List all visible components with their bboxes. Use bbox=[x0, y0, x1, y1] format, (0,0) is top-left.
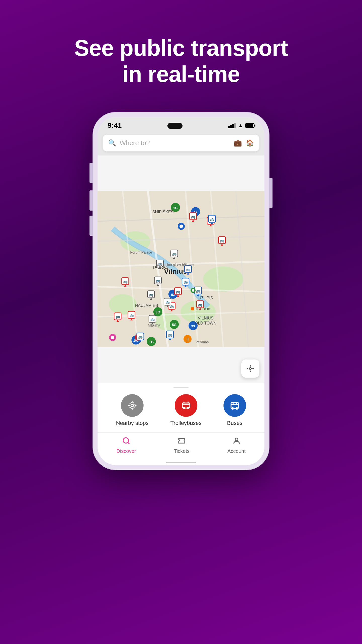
phone-inner: 9:41 ▲ 🔍 Where to? bbox=[98, 117, 264, 465]
svg-text:🚌: 🚌 bbox=[196, 289, 201, 293]
bottom-nav: Discover Tickets bbox=[98, 432, 264, 462]
discover-label: Discover bbox=[116, 448, 136, 454]
nav-tickets[interactable]: Tickets bbox=[174, 437, 190, 454]
trolleybuses-label: Trolleybuses bbox=[170, 420, 202, 426]
svg-text:🚌: 🚌 bbox=[168, 333, 172, 337]
svg-text:🚌: 🚌 bbox=[172, 252, 177, 256]
svg-text:ŠNIPIŠKĖS: ŠNIPIŠKĖS bbox=[152, 210, 173, 214]
trolleybuses-icon bbox=[175, 394, 197, 417]
nearby-stops-icon bbox=[121, 394, 144, 417]
signal-icon bbox=[228, 123, 236, 128]
location-button[interactable] bbox=[241, 359, 259, 378]
search-actions: 💼 🏠 bbox=[234, 139, 254, 147]
wifi-icon: ▲ bbox=[238, 122, 243, 129]
nav-discover[interactable]: Discover bbox=[116, 437, 136, 454]
svg-point-103 bbox=[192, 289, 194, 292]
status-icons: ▲ bbox=[228, 122, 254, 129]
svg-text:🚌: 🚌 bbox=[220, 238, 224, 243]
battery-icon bbox=[245, 123, 254, 128]
status-notch bbox=[167, 123, 183, 129]
svg-point-99 bbox=[111, 336, 114, 339]
buses-icon bbox=[223, 394, 246, 417]
svg-text:OLD TOWN: OLD TOWN bbox=[195, 321, 216, 325]
svg-point-101 bbox=[179, 225, 183, 228]
search-bar[interactable]: 🔍 Where to? 💼 🏠 bbox=[103, 135, 259, 151]
svg-text:🚌: 🚌 bbox=[176, 290, 180, 294]
svg-point-118 bbox=[249, 368, 251, 370]
svg-text:5G: 5G bbox=[172, 323, 177, 327]
status-bar: 9:41 ▲ bbox=[98, 117, 264, 132]
svg-text:🚌: 🚌 bbox=[150, 317, 155, 321]
svg-line-142 bbox=[128, 442, 129, 444]
quick-actions: Nearby stops bbox=[98, 394, 264, 432]
briefcase-icon[interactable]: 💼 bbox=[234, 139, 242, 147]
buses-button[interactable]: Buses bbox=[223, 394, 246, 426]
svg-text:🚌: 🚌 bbox=[191, 215, 196, 219]
search-bar-area: 🔍 Where to? 💼 🏠 bbox=[98, 132, 264, 155]
tickets-icon bbox=[178, 437, 186, 447]
svg-text:Forum Palace: Forum Palace bbox=[130, 250, 152, 254]
svg-text:🚌: 🚌 bbox=[184, 280, 188, 284]
nav-account[interactable]: Account bbox=[228, 437, 246, 454]
svg-text:Gedimino pilies bŏkstas: Gedimino pilies bŏkstas bbox=[157, 263, 194, 267]
svg-point-123 bbox=[131, 404, 133, 407]
account-icon bbox=[233, 437, 241, 447]
search-placeholder: Where to? bbox=[120, 139, 230, 147]
search-icon: 🔍 bbox=[108, 139, 116, 147]
svg-text:樂茶 Le Tea: 樂茶 Le Tea bbox=[196, 307, 211, 311]
svg-text:1G: 1G bbox=[149, 340, 154, 344]
svg-point-143 bbox=[235, 438, 238, 441]
svg-text:🚌: 🚌 bbox=[156, 279, 160, 283]
svg-text:Peronas: Peronas bbox=[196, 340, 209, 344]
svg-text:VILNIUS: VILNIUS bbox=[198, 316, 213, 320]
home-indicator bbox=[166, 462, 196, 463]
bottom-panel: Nearby stops bbox=[98, 383, 264, 465]
svg-text:🚌: 🚌 bbox=[186, 267, 191, 272]
status-time: 9:41 bbox=[108, 122, 122, 130]
svg-text:Maxima: Maxima bbox=[148, 323, 160, 327]
account-label: Account bbox=[228, 448, 246, 454]
svg-text:🚌: 🚌 bbox=[198, 303, 203, 307]
nearby-stops-label: Nearby stops bbox=[116, 420, 149, 426]
app-headline: See public transport in real-time bbox=[54, 35, 308, 87]
trolleybuses-button[interactable]: Trolleybuses bbox=[170, 394, 202, 426]
svg-text:🚌: 🚌 bbox=[129, 313, 134, 317]
tickets-label: Tickets bbox=[174, 448, 190, 454]
svg-text:3G: 3G bbox=[156, 310, 160, 314]
bottom-handle bbox=[173, 387, 189, 388]
svg-text:🚌: 🚌 bbox=[138, 335, 143, 339]
svg-text:UŽUPIS: UŽUPIS bbox=[198, 296, 213, 300]
svg-text:1G: 1G bbox=[173, 206, 177, 210]
svg-text:🍴: 🍴 bbox=[186, 337, 190, 342]
svg-text:🚌: 🚌 bbox=[210, 217, 214, 221]
map-area[interactable]: Vilnius 3G 5G 1G 1G 12 33 bbox=[98, 155, 264, 383]
discover-icon bbox=[122, 437, 130, 447]
svg-text:🚌: 🚌 bbox=[149, 293, 154, 297]
svg-text:🚌: 🚌 bbox=[116, 315, 120, 319]
buses-label: Buses bbox=[227, 420, 242, 426]
svg-rect-115 bbox=[191, 307, 194, 310]
svg-point-124 bbox=[129, 403, 135, 408]
nearby-stops-button[interactable]: Nearby stops bbox=[116, 394, 149, 426]
home-icon[interactable]: 🏠 bbox=[246, 139, 254, 147]
svg-text:33: 33 bbox=[191, 324, 195, 328]
svg-text:🚌: 🚌 bbox=[123, 279, 128, 284]
svg-text:🚌: 🚌 bbox=[165, 300, 170, 304]
phone-mockup: 9:41 ▲ 🔍 Where to? bbox=[93, 112, 269, 470]
phone-frame: 9:41 ▲ 🔍 Where to? bbox=[93, 112, 269, 470]
svg-point-1 bbox=[203, 267, 243, 292]
svg-text:NAUJAMIES: NAUJAMIES bbox=[135, 303, 158, 308]
